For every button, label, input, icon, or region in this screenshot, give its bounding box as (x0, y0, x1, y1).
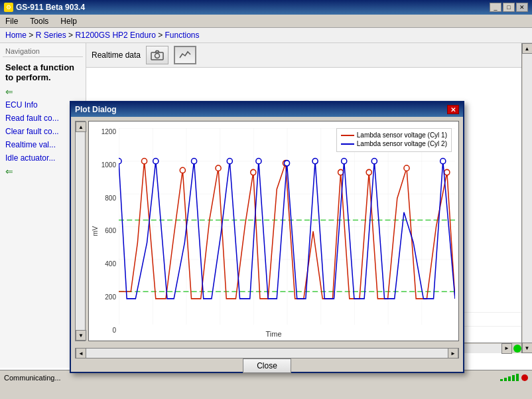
breadcrumb-functions[interactable]: Functions (165, 31, 200, 40)
rt-btn-camera[interactable] (146, 46, 168, 64)
main-content: Home > R Series > R1200GS HP2 Enduro > F… (0, 28, 532, 384)
right-scrollbar[interactable]: ▲ ▼ (521, 43, 532, 353)
breadcrumb: Home > R Series > R1200GS HP2 Enduro > F… (0, 28, 532, 43)
scroll-up-button[interactable]: ▲ (522, 43, 533, 54)
breadcrumb-model[interactable]: R1200GS HP2 Enduro (75, 31, 155, 40)
svg-point-11 (366, 169, 371, 175)
scroll-down-button[interactable]: ▼ (522, 343, 533, 353)
y-label-0: 0 (89, 327, 119, 334)
plot-h-scrollbar[interactable]: ◄ ► (75, 348, 459, 359)
legend-item-cyl2: Lambda sensor voltage (Cyl 2) (341, 140, 447, 147)
breadcrumb-rseries[interactable]: R Series (36, 31, 66, 40)
plot-h-scroll-track[interactable] (86, 349, 448, 358)
menu-help[interactable]: Help (58, 16, 80, 27)
signal-bar-2 (504, 378, 507, 381)
maximize-button[interactable]: □ (503, 3, 515, 12)
signal-bar-5 (516, 374, 519, 381)
svg-point-20 (312, 158, 318, 163)
app-icon: ⚙ (4, 3, 13, 12)
title-bar-left: ⚙ GS-911 Beta 903.4 (4, 3, 85, 12)
minimize-button[interactable]: _ (490, 3, 501, 12)
svg-point-10 (338, 169, 344, 175)
legend-label-cyl1: Lambda sensor voltage (Cyl 1) (357, 131, 447, 139)
plot-scroll-right[interactable]: ► (448, 348, 458, 359)
camera-icon (151, 50, 164, 60)
svg-point-13 (444, 169, 450, 175)
svg-point-1 (155, 54, 160, 58)
svg-point-14 (119, 158, 121, 163)
nav-arrow-up: ⇐ (3, 85, 83, 98)
chart-icon (178, 50, 192, 60)
plot-scroll-up[interactable]: ▲ (76, 121, 86, 132)
plot-dialog: Plot Dialog ✕ ▲ ▼ 1200 1000 800 600 400 (70, 101, 464, 373)
plot-close-dialog-button[interactable]: Close (243, 359, 291, 373)
plot-scroll-left[interactable]: ◄ (76, 348, 86, 359)
x-axis-label: Time (265, 330, 281, 338)
plot-scroll-track[interactable] (76, 132, 85, 330)
connection-dot (521, 374, 528, 381)
signal-bar-4 (512, 375, 515, 381)
nav-header: Navigation (3, 46, 83, 57)
realtime-section: Realtime data (86, 43, 532, 68)
svg-point-17 (227, 158, 232, 163)
plot-footer: ◄ ► Close (71, 345, 463, 372)
y-label-200: 200 (89, 293, 119, 301)
breadcrumb-home[interactable]: Home (5, 31, 27, 40)
svg-point-8 (251, 169, 256, 175)
signal-bar-1 (500, 379, 503, 381)
svg-point-16 (192, 158, 197, 163)
menu-tools[interactable]: Tools (27, 16, 51, 27)
menu-file[interactable]: File (3, 16, 21, 27)
svg-point-15 (153, 158, 159, 163)
y-label-400: 400 (89, 260, 119, 268)
svg-point-21 (342, 158, 347, 163)
scroll-right-button[interactable]: ► (501, 343, 512, 354)
menu-bar: File Tools Help (0, 15, 532, 28)
app-title: GS-911 Beta 903.4 (16, 3, 85, 12)
plot-title-bar: Plot Dialog ✕ (71, 102, 463, 117)
plot-y-scrollbar[interactable]: ▲ ▼ (75, 121, 86, 341)
title-bar: ⚙ GS-911 Beta 903.4 _ □ ✕ (0, 0, 532, 15)
chart-svg (119, 128, 455, 325)
svg-point-12 (404, 165, 409, 171)
svg-point-6 (180, 167, 185, 173)
rt-btn-play[interactable] (174, 46, 196, 64)
legend-item-cyl1: Lambda sensor voltage (Cyl 1) (341, 131, 447, 139)
svg-point-19 (284, 161, 289, 166)
scroll-track[interactable] (523, 54, 532, 343)
svg-rect-2 (119, 128, 455, 325)
plot-dialog-title: Plot Dialog (75, 105, 117, 114)
y-label-800: 800 (89, 195, 119, 202)
chart-legend: Lambda sensor voltage (Cyl 1) Lambda sen… (336, 128, 452, 152)
svg-point-22 (371, 158, 377, 163)
status-right (500, 374, 528, 381)
plot-scroll-down[interactable]: ▼ (76, 330, 86, 341)
title-bar-buttons: _ □ ✕ (490, 3, 528, 12)
legend-line-cyl1 (341, 135, 354, 136)
nav-label: Select a function to perform. (3, 60, 83, 85)
plot-close-button[interactable]: ✕ (447, 105, 459, 114)
svg-point-23 (440, 158, 446, 163)
signal-bars (500, 374, 519, 381)
y-label-1000: 1000 (89, 161, 119, 169)
svg-point-7 (216, 165, 221, 171)
y-axis-unit: mV (92, 226, 99, 236)
svg-point-18 (256, 158, 261, 163)
connection-indicator (513, 345, 521, 353)
status-text: Communicating... (4, 374, 61, 382)
legend-label-cyl2: Lambda sensor voltage (Cyl 2) (357, 140, 447, 147)
realtime-label: Realtime data (92, 50, 141, 60)
y-label-1200: 1200 (89, 128, 119, 135)
legend-line-cyl2 (341, 143, 354, 145)
plot-content: ▲ ▼ 1200 1000 800 600 400 200 0 mV (71, 117, 463, 345)
close-button[interactable]: ✕ (516, 3, 528, 12)
signal-bar-3 (508, 376, 511, 381)
plot-chart-area: 1200 1000 800 600 400 200 0 mV (88, 121, 459, 341)
svg-point-5 (141, 158, 147, 163)
